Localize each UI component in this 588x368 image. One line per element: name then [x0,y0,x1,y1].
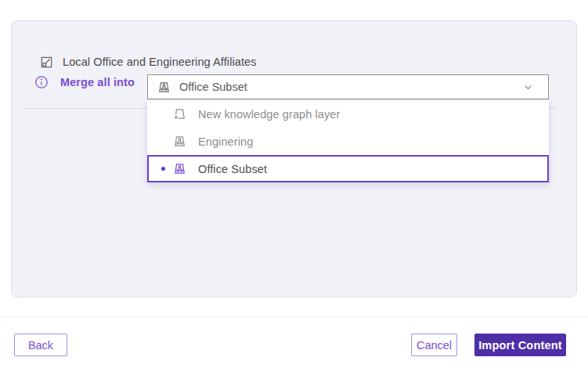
import-content-button[interactable]: Import Content [474,334,566,356]
menu-item-enginering[interactable]: Enginering [147,128,549,155]
knowledge-graph-layer-icon [173,162,186,175]
menu-item-label: Office Subset [198,163,267,175]
merge-all-into-label: Merge all into [60,76,135,88]
footer-divider [0,316,588,317]
menu-item-office-subset[interactable]: Office Subset [147,155,549,182]
link-chart-layer-icon [40,56,53,69]
new-knowledge-graph-layer-icon [173,107,186,121]
menu-item-label: Enginering [198,135,253,148]
info-icon[interactable] [34,75,49,89]
merge-target-select[interactable]: Office Subset [147,74,549,99]
source-layer-label: Local Office and Engineering Affiliates [63,56,257,68]
knowledge-graph-layer-icon [157,81,171,94]
import-options-panel: Local Office and Engineering Affiliates … [11,20,577,298]
menu-item-new-knowledge-graph-layer[interactable]: New knowledge graph layer [147,100,549,128]
knowledge-graph-layer-icon [173,135,186,148]
merge-row: Merge all into [34,74,135,91]
import-dialog: Local Office and Engineering Affiliates … [0,0,588,368]
menu-item-label: New knowledge graph layer [198,108,340,121]
chevron-down-icon [523,82,533,92]
cancel-button[interactable]: Cancel [411,334,457,356]
selected-dot [161,167,165,171]
source-layer-row: Local Office and Engineering Affiliates [40,53,257,70]
merge-target-menu: New knowledge graph layer Enginering [147,100,549,182]
back-button[interactable]: Back [14,334,67,356]
merge-target-select-value: Office Subset [179,81,514,93]
